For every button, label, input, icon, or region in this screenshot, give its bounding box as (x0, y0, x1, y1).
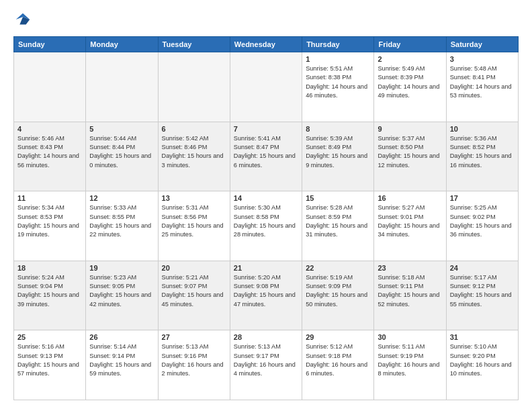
table-row: 18Sunrise: 5:24 AMSunset: 9:04 PMDayligh… (14, 261, 86, 330)
day-info: Sunrise: 5:25 AMSunset: 9:02 PMDaylight:… (450, 203, 515, 239)
day-number: 17 (450, 194, 515, 202)
logo (13, 11, 35, 30)
day-info: Sunrise: 5:14 AMSunset: 9:14 PMDaylight:… (89, 342, 154, 378)
col-friday: Friday (374, 37, 446, 52)
day-number: 20 (162, 264, 226, 272)
day-number: 28 (234, 333, 298, 341)
table-row: 11Sunrise: 5:34 AMSunset: 8:53 PMDayligh… (14, 191, 86, 261)
table-row: 22Sunrise: 5:19 AMSunset: 9:09 PMDayligh… (302, 261, 374, 330)
table-row: 28Sunrise: 5:13 AMSunset: 9:17 PMDayligh… (230, 330, 302, 400)
day-number: 23 (378, 264, 442, 272)
day-info: Sunrise: 5:31 AMSunset: 8:56 PMDaylight:… (162, 203, 226, 239)
day-number: 1 (306, 55, 370, 63)
day-info: Sunrise: 5:48 AMSunset: 8:41 PMDaylight:… (450, 64, 515, 100)
table-row: 13Sunrise: 5:31 AMSunset: 8:56 PMDayligh… (158, 191, 230, 261)
day-number: 6 (162, 125, 226, 133)
table-row: 6Sunrise: 5:42 AMSunset: 8:46 PMDaylight… (158, 122, 230, 191)
day-info: Sunrise: 5:41 AMSunset: 8:47 PMDaylight:… (234, 134, 298, 170)
table-row: 3Sunrise: 5:48 AMSunset: 8:41 PMDaylight… (446, 52, 518, 122)
table-row: 12Sunrise: 5:33 AMSunset: 8:55 PMDayligh… (86, 191, 158, 261)
col-wednesday: Wednesday (230, 37, 302, 52)
col-sunday: Sunday (14, 37, 86, 52)
day-info: Sunrise: 5:28 AMSunset: 8:59 PMDaylight:… (306, 203, 370, 239)
svg-marker-1 (19, 17, 30, 24)
day-number: 9 (378, 125, 442, 133)
day-info: Sunrise: 5:13 AMSunset: 9:16 PMDaylight:… (162, 342, 226, 378)
calendar-week-row: 1Sunrise: 5:51 AMSunset: 8:38 PMDaylight… (14, 52, 519, 122)
calendar-week-row: 4Sunrise: 5:46 AMSunset: 8:43 PMDaylight… (14, 122, 519, 191)
table-row: 30Sunrise: 5:11 AMSunset: 9:19 PMDayligh… (374, 330, 446, 400)
day-number: 30 (378, 333, 442, 341)
day-info: Sunrise: 5:19 AMSunset: 9:09 PMDaylight:… (306, 273, 370, 309)
table-row: 4Sunrise: 5:46 AMSunset: 8:43 PMDaylight… (14, 122, 86, 191)
day-info: Sunrise: 5:39 AMSunset: 8:49 PMDaylight:… (306, 134, 370, 170)
table-row (158, 52, 230, 122)
day-info: Sunrise: 5:27 AMSunset: 9:01 PMDaylight:… (378, 203, 442, 239)
table-row: 19Sunrise: 5:23 AMSunset: 9:05 PMDayligh… (86, 261, 158, 330)
table-row: 26Sunrise: 5:14 AMSunset: 9:14 PMDayligh… (86, 330, 158, 400)
table-row: 14Sunrise: 5:30 AMSunset: 8:58 PMDayligh… (230, 191, 302, 261)
table-row: 25Sunrise: 5:16 AMSunset: 9:13 PMDayligh… (14, 330, 86, 400)
day-info: Sunrise: 5:30 AMSunset: 8:58 PMDaylight:… (234, 203, 298, 239)
table-row: 8Sunrise: 5:39 AMSunset: 8:49 PMDaylight… (302, 122, 374, 191)
day-number: 16 (378, 194, 442, 202)
day-info: Sunrise: 5:17 AMSunset: 9:12 PMDaylight:… (450, 273, 515, 309)
day-info: Sunrise: 5:42 AMSunset: 8:46 PMDaylight:… (162, 134, 226, 170)
calendar-table: Sunday Monday Tuesday Wednesday Thursday… (13, 36, 519, 400)
day-number: 4 (17, 125, 82, 133)
table-row: 10Sunrise: 5:36 AMSunset: 8:52 PMDayligh… (446, 122, 518, 191)
day-info: Sunrise: 5:33 AMSunset: 8:55 PMDaylight:… (89, 203, 154, 239)
day-number: 3 (450, 55, 515, 63)
day-info: Sunrise: 5:37 AMSunset: 8:50 PMDaylight:… (378, 134, 442, 170)
day-info: Sunrise: 5:49 AMSunset: 8:39 PMDaylight:… (378, 64, 442, 100)
table-row: 21Sunrise: 5:20 AMSunset: 9:08 PMDayligh… (230, 261, 302, 330)
day-info: Sunrise: 5:24 AMSunset: 9:04 PMDaylight:… (17, 273, 82, 309)
day-info: Sunrise: 5:10 AMSunset: 9:20 PMDaylight:… (450, 342, 515, 378)
table-row: 31Sunrise: 5:10 AMSunset: 9:20 PMDayligh… (446, 330, 518, 400)
day-number: 21 (234, 264, 298, 272)
day-info: Sunrise: 5:20 AMSunset: 9:08 PMDaylight:… (234, 273, 298, 309)
table-row: 29Sunrise: 5:12 AMSunset: 9:18 PMDayligh… (302, 330, 374, 400)
header (13, 11, 519, 30)
day-number: 19 (89, 264, 154, 272)
day-number: 2 (378, 55, 442, 63)
col-thursday: Thursday (302, 37, 374, 52)
day-info: Sunrise: 5:21 AMSunset: 9:07 PMDaylight:… (162, 273, 226, 309)
day-number: 24 (450, 264, 515, 272)
day-info: Sunrise: 5:44 AMSunset: 8:44 PMDaylight:… (89, 134, 154, 170)
day-number: 10 (450, 125, 515, 133)
day-number: 22 (306, 264, 370, 272)
table-row (230, 52, 302, 122)
day-number: 31 (450, 333, 515, 341)
day-number: 25 (17, 333, 82, 341)
day-number: 14 (234, 194, 298, 202)
day-info: Sunrise: 5:23 AMSunset: 9:05 PMDaylight:… (89, 273, 154, 309)
calendar-header-row: Sunday Monday Tuesday Wednesday Thursday… (14, 37, 519, 52)
day-info: Sunrise: 5:51 AMSunset: 8:38 PMDaylight:… (306, 64, 370, 100)
day-info: Sunrise: 5:12 AMSunset: 9:18 PMDaylight:… (306, 342, 370, 378)
calendar-week-row: 18Sunrise: 5:24 AMSunset: 9:04 PMDayligh… (14, 261, 519, 330)
table-row: 16Sunrise: 5:27 AMSunset: 9:01 PMDayligh… (374, 191, 446, 261)
col-saturday: Saturday (446, 37, 518, 52)
day-info: Sunrise: 5:18 AMSunset: 9:11 PMDaylight:… (378, 273, 442, 309)
day-number: 12 (89, 194, 154, 202)
day-number: 11 (17, 194, 82, 202)
table-row: 20Sunrise: 5:21 AMSunset: 9:07 PMDayligh… (158, 261, 230, 330)
table-row: 27Sunrise: 5:13 AMSunset: 9:16 PMDayligh… (158, 330, 230, 400)
day-number: 18 (17, 264, 82, 272)
table-row: 15Sunrise: 5:28 AMSunset: 8:59 PMDayligh… (302, 191, 374, 261)
calendar-week-row: 11Sunrise: 5:34 AMSunset: 8:53 PMDayligh… (14, 191, 519, 261)
table-row: 5Sunrise: 5:44 AMSunset: 8:44 PMDaylight… (86, 122, 158, 191)
table-row: 1Sunrise: 5:51 AMSunset: 8:38 PMDaylight… (302, 52, 374, 122)
day-info: Sunrise: 5:13 AMSunset: 9:17 PMDaylight:… (234, 342, 298, 378)
calendar-week-row: 25Sunrise: 5:16 AMSunset: 9:13 PMDayligh… (14, 330, 519, 400)
table-row (86, 52, 158, 122)
day-info: Sunrise: 5:16 AMSunset: 9:13 PMDaylight:… (17, 342, 82, 378)
logo-icon (13, 11, 32, 30)
day-number: 27 (162, 333, 226, 341)
col-monday: Monday (86, 37, 158, 52)
day-info: Sunrise: 5:36 AMSunset: 8:52 PMDaylight:… (450, 134, 515, 170)
day-number: 7 (234, 125, 298, 133)
col-tuesday: Tuesday (158, 37, 230, 52)
day-info: Sunrise: 5:34 AMSunset: 8:53 PMDaylight:… (17, 203, 82, 239)
